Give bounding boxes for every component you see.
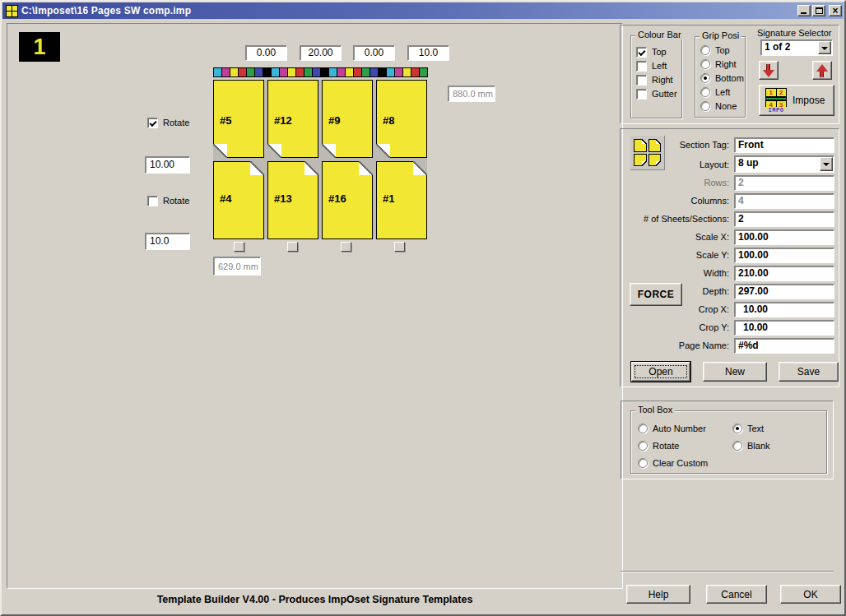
- rotate-bottom-checkbox[interactable]: Rotate: [147, 195, 189, 206]
- option-label: Top: [652, 47, 667, 57]
- option-label: Right: [715, 59, 737, 69]
- colour-square: [263, 68, 271, 76]
- page-thumbnail[interactable]: #12: [267, 80, 318, 158]
- colourbar-gutter-checkbox[interactable]: Gutter: [636, 88, 677, 100]
- page-number: #5: [220, 114, 231, 127]
- maximize-button[interactable]: [812, 5, 825, 16]
- column-handle[interactable]: [287, 242, 298, 252]
- page-number: #9: [328, 114, 340, 127]
- layout-dropdown[interactable]: 8 up: [734, 155, 834, 173]
- colour-square: [362, 68, 370, 76]
- sheets-sections-field[interactable]: 2: [734, 211, 834, 227]
- colour-square: [255, 68, 263, 76]
- colour-bar-group: Colour Bar Top Left Right Gutter: [630, 35, 682, 118]
- cancel-button[interactable]: Cancel: [706, 585, 767, 604]
- field-label: Scale X:: [621, 232, 729, 242]
- columns-field: 4: [734, 193, 834, 209]
- grip-bottom-radio[interactable]: Bottom: [700, 72, 744, 84]
- radio-icon: [700, 59, 710, 69]
- impose-button[interactable]: 1 2 4 3 IMPO Impose: [759, 85, 834, 116]
- page-thumbnail[interactable]: #4: [213, 161, 264, 239]
- minimize-button[interactable]: [797, 5, 811, 16]
- option-label: None: [715, 101, 737, 111]
- signature-next-button[interactable]: [812, 61, 832, 80]
- page-thumbnail[interactable]: #16: [322, 161, 373, 239]
- option-label: Text: [747, 424, 764, 433]
- grip-left-radio[interactable]: Left: [700, 86, 730, 98]
- chevron-down-icon[interactable]: [818, 41, 831, 54]
- column-handle[interactable]: [341, 242, 351, 252]
- page-thumbnail[interactable]: #8: [376, 80, 427, 158]
- toolbox-panel: Tool Box Auto Number Rotate Clear Custom…: [621, 401, 834, 479]
- field-label: Columns:: [621, 196, 729, 206]
- page-name-field[interactable]: #%d: [734, 338, 834, 354]
- rotate-top-checkbox[interactable]: Rotate: [147, 117, 189, 128]
- colourbar-right-checkbox[interactable]: Right: [636, 74, 673, 86]
- option-label: Clear Custom: [653, 458, 708, 468]
- section-settings-panel: Section Tag:Front Layout: 8 up Rows:2 Co…: [620, 128, 839, 387]
- top-margin-field-2[interactable]: 20.00: [300, 45, 342, 61]
- colour-square: [247, 68, 254, 76]
- chevron-down-icon[interactable]: [820, 157, 833, 171]
- top-margin-field-3[interactable]: 0.00: [353, 45, 395, 61]
- scale-x-field[interactable]: 100.00: [734, 229, 834, 245]
- footer-divider: [621, 571, 834, 572]
- page-fold-icon: [359, 161, 373, 175]
- maximize-icon: [816, 7, 823, 14]
- auto-number-radio[interactable]: Auto Number: [638, 423, 706, 434]
- page-fold-icon: [304, 161, 318, 175]
- rotate-top-label: Rotate: [163, 118, 189, 127]
- grip-position-group: Grip Posi Top Right Bottom Left None: [695, 36, 746, 118]
- column-handle[interactable]: [234, 242, 244, 252]
- new-button[interactable]: New: [703, 362, 767, 382]
- radio-icon: [700, 101, 710, 111]
- row-gap-top-field[interactable]: 10.00: [145, 156, 190, 174]
- crop-y-field[interactable]: 10.00: [734, 320, 834, 336]
- save-button[interactable]: Save: [779, 362, 839, 382]
- window-title: C:\Imposet\16 Pages SW comp.imp: [21, 5, 191, 16]
- colour-square: [214, 68, 221, 76]
- row-gap-bottom-field[interactable]: 10.0: [145, 233, 190, 250]
- signature-previous-button[interactable]: [759, 61, 779, 80]
- colour-square: [321, 68, 328, 76]
- grip-top-radio[interactable]: Top: [700, 44, 730, 56]
- ok-button[interactable]: OK: [780, 585, 841, 604]
- scale-y-field[interactable]: 100.00: [734, 248, 834, 263]
- page-thumbnail[interactable]: #9: [322, 80, 373, 158]
- clear-custom-radio[interactable]: Clear Custom: [638, 457, 708, 469]
- grip-right-radio[interactable]: Right: [700, 58, 737, 70]
- text-tool-radio[interactable]: Text: [732, 423, 764, 434]
- signature-options-panel: Colour Bar Top Left Right Gutter Grip Po…: [620, 25, 839, 124]
- open-button[interactable]: Open: [631, 362, 690, 382]
- option-label: Right: [652, 75, 673, 85]
- signature-selector-dropdown[interactable]: 1 of 2: [760, 39, 833, 56]
- page-number: #12: [274, 114, 292, 127]
- radio-icon: [638, 458, 648, 468]
- radio-icon: [732, 424, 742, 433]
- rotate-tool-radio[interactable]: Rotate: [638, 440, 679, 452]
- colourbar-left-checkbox[interactable]: Left: [636, 60, 667, 72]
- force-button[interactable]: FORCE: [630, 283, 682, 306]
- close-button[interactable]: ×: [829, 5, 842, 16]
- blank-tool-radio[interactable]: Blank: [732, 440, 770, 452]
- depth-field[interactable]: 297.00: [734, 284, 834, 299]
- page-number: #16: [328, 192, 346, 205]
- layout-canvas: 1 0.00 20.00 0.00 10.0 #5 #12 #9 #8 #4 #…: [7, 23, 623, 589]
- page-thumbnail[interactable]: #1: [376, 161, 427, 239]
- column-handle[interactable]: [394, 242, 405, 252]
- section-tag-field[interactable]: Front: [734, 137, 834, 153]
- colourbar-top-checkbox[interactable]: Top: [636, 46, 667, 58]
- grip-none-radio[interactable]: None: [700, 100, 737, 112]
- page-fold-icon: [413, 161, 427, 175]
- help-button[interactable]: Help: [626, 585, 690, 604]
- page-thumbnail[interactable]: #5: [213, 80, 264, 158]
- colour-square: [337, 68, 345, 76]
- top-margin-field-4[interactable]: 10.0: [407, 45, 449, 61]
- width-field[interactable]: 210.00: [734, 266, 834, 281]
- crop-x-field[interactable]: 10.00: [734, 302, 834, 317]
- top-margin-field-1[interactable]: 0.00: [245, 45, 287, 61]
- app-icon-pane: [12, 6, 17, 11]
- colour-square: [272, 68, 279, 76]
- checkbox-icon: [147, 118, 158, 128]
- page-thumbnail[interactable]: #13: [267, 161, 318, 239]
